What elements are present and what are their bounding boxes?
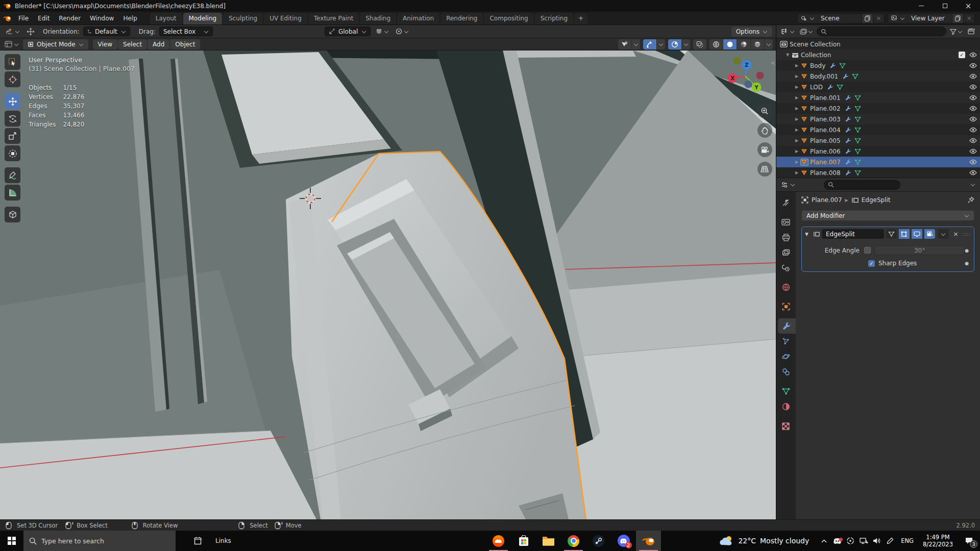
shading-rendered-button[interactable] [751, 39, 764, 49]
add-workspace-button[interactable]: + [574, 13, 587, 24]
taskbar-app-soundcloud[interactable] [486, 531, 511, 551]
edge-angle-slider[interactable]: 30° [874, 245, 965, 255]
viewport-menu-add[interactable]: Add [148, 39, 169, 49]
menu-file[interactable]: File [14, 13, 33, 23]
workspace-tab-animation[interactable]: Animation [397, 13, 439, 24]
taskbar-app-explorer[interactable] [536, 531, 561, 551]
show-overlays-toggle[interactable] [668, 39, 681, 49]
expand-arrow-icon[interactable]: ▶ [794, 138, 800, 143]
sharp-edges-animate-dot[interactable]: ● [965, 261, 969, 266]
add-cube-tool[interactable] [5, 207, 20, 222]
hide-eye-icon[interactable] [969, 159, 977, 165]
modifier-delete-icon[interactable]: × [951, 230, 961, 238]
shading-dropdown[interactable] [765, 39, 773, 49]
hide-eye-icon[interactable] [969, 148, 977, 154]
menu-edit[interactable]: Edit [33, 13, 54, 23]
workspace-tab-texture-paint[interactable]: Texture Paint [308, 13, 359, 24]
tab-view-layer[interactable] [776, 245, 796, 260]
blender-menu-icon[interactable] [3, 15, 12, 22]
outliner-item-body[interactable]: ▶ Body [776, 60, 980, 71]
select-box-tool[interactable] [5, 54, 20, 70]
tab-particles[interactable] [776, 334, 796, 349]
tab-tool[interactable] [776, 195, 796, 210]
new-view-layer-button[interactable] [952, 14, 963, 23]
properties-editor-type-dropdown[interactable] [779, 181, 797, 189]
pan-hand-icon[interactable] [757, 123, 772, 138]
modifier-extras-dropdown[interactable] [938, 229, 949, 239]
breadcrumb-object[interactable]: Plane.007 [812, 196, 842, 204]
expand-arrow-icon[interactable]: ▶ [794, 170, 800, 175]
edge-angle-checkbox[interactable] [864, 247, 871, 254]
workspace-tab-modeling[interactable]: Modeling [183, 13, 223, 24]
workspace-tab-shading[interactable]: Shading [360, 13, 396, 24]
modifier-drag-handle[interactable]: :::: [963, 232, 971, 237]
properties-options-dropdown[interactable] [969, 182, 977, 188]
zoom-icon[interactable] [757, 104, 772, 118]
navigation-gizmo[interactable]: Z X Y [724, 52, 771, 98]
editor-type-icon[interactable] [3, 40, 20, 48]
expand-arrow-icon[interactable]: ▶ [794, 117, 800, 121]
outliner-search-input[interactable] [817, 27, 946, 36]
outliner-item-lod[interactable]: ▶ LOD [776, 82, 980, 92]
workspace-tab-rendering[interactable]: Rendering [440, 13, 483, 24]
taskbar-app-blender[interactable] [636, 531, 661, 551]
menu-render[interactable]: Render [54, 13, 85, 23]
modifier-realtime-toggle[interactable] [912, 229, 922, 239]
overlays-dropdown[interactable] [682, 39, 690, 49]
new-collection-button[interactable] [966, 27, 977, 36]
annotate-tool[interactable] [5, 167, 20, 183]
viewport-menu-select[interactable]: Select [118, 39, 147, 49]
tab-material[interactable] [776, 399, 796, 414]
discord-tray-icon[interactable] [831, 538, 843, 544]
toggle-ortho-grid-icon[interactable] [757, 162, 772, 177]
collection-checkbox[interactable]: ✓ [959, 52, 965, 58]
transform-tool[interactable] [5, 145, 20, 161]
volume-icon[interactable] [871, 537, 883, 544]
expand-arrow-icon[interactable]: ▶ [794, 85, 800, 89]
outliner-item-plane-006[interactable]: ▶ Plane.006 [776, 146, 980, 157]
viewport-menu-view[interactable]: View [93, 39, 117, 49]
outliner-item-plane-005[interactable]: ▶ Plane.005 [776, 135, 980, 146]
tab-object[interactable] [776, 299, 796, 314]
cursor-tool[interactable] [5, 71, 20, 87]
tab-render[interactable] [776, 214, 796, 230]
hide-eye-icon[interactable] [969, 95, 977, 101]
menu-help[interactable]: Help [118, 13, 141, 23]
hide-eye-icon[interactable] [969, 106, 977, 111]
sidebar-collapse-icon[interactable]: < [771, 60, 775, 66]
active-tool-icon-dropdown[interactable] [4, 27, 21, 36]
3d-viewport[interactable]: User Perspective (31) Scene Collection |… [0, 51, 776, 519]
modifier-on-cage-toggle[interactable] [886, 229, 897, 239]
taskbar-app-discord[interactable]: 2 [611, 531, 636, 551]
outliner-filter-type-dropdown[interactable] [798, 28, 815, 36]
workspace-tab-uv-editing[interactable]: UV Editing [264, 13, 307, 24]
tab-scene[interactable] [776, 260, 796, 276]
options-dropdown[interactable]: Options [731, 27, 772, 37]
hidden-icons-chevron[interactable] [818, 539, 829, 543]
shading-wireframe-button[interactable] [709, 39, 723, 49]
shading-solid-button[interactable] [723, 39, 737, 49]
tab-texture[interactable] [776, 418, 796, 434]
outliner-item-body-001[interactable]: ▶ Body.001 [776, 71, 980, 82]
modifier-edit-mode-toggle[interactable] [899, 229, 910, 239]
outliner-item-plane-002[interactable]: ▶ Plane.002 [776, 103, 980, 114]
outliner-item-plane-003[interactable]: ▶ Plane.003 [776, 114, 980, 124]
tab-world[interactable] [776, 280, 796, 295]
outliner-display-mode-dropdown[interactable] [779, 27, 796, 36]
move-tool-icon[interactable] [25, 27, 36, 37]
tab-object-data[interactable] [776, 384, 796, 399]
expand-arrow-icon[interactable]: ▶ [794, 160, 800, 164]
search-input[interactable] [41, 537, 159, 545]
pen-icon[interactable] [885, 537, 896, 544]
workspace-tab-compositing[interactable]: Compositing [484, 13, 533, 24]
expand-arrow-icon[interactable]: ▶ [794, 95, 800, 100]
drag-dropdown[interactable]: Select Box [159, 27, 213, 36]
properties-search-input[interactable] [824, 180, 900, 190]
move-tool[interactable] [5, 93, 20, 109]
outliner-item-plane-001[interactable]: ▶ Plane.001 [776, 92, 980, 103]
expand-arrow-icon[interactable]: ▶ [794, 74, 800, 79]
taskbar-app-chrome[interactable] [561, 531, 586, 551]
rotate-tool[interactable] [5, 111, 20, 127]
orientation-dropdown[interactable]: Default [83, 27, 130, 36]
object-visibility-icon[interactable] [618, 39, 631, 49]
